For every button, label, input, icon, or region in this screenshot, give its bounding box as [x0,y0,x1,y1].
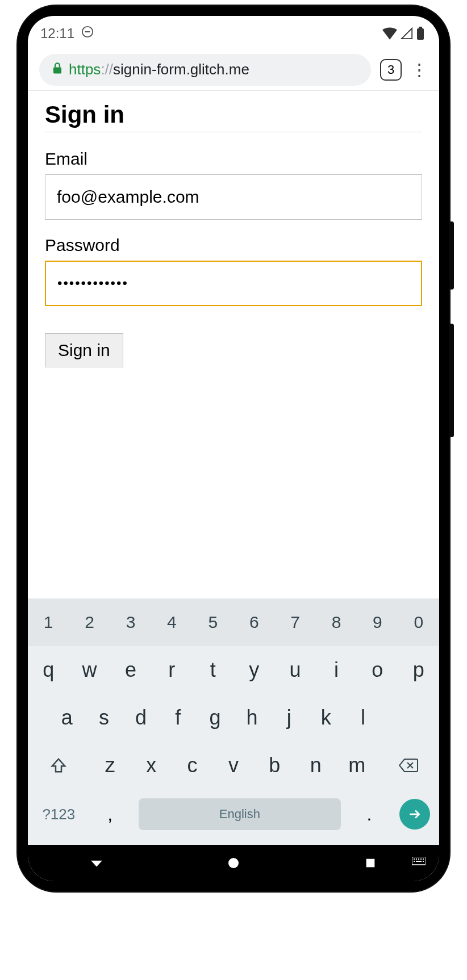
key-o[interactable]: o [357,646,398,694]
nav-home-button[interactable] [219,856,248,870]
key-k[interactable]: k [307,694,344,742]
url-host: signin-form.glitch.me [113,61,249,78]
keyboard-number-row: 1 2 3 4 5 6 7 8 9 0 [28,598,439,646]
page-content: Sign in Email Password Sign in [28,91,439,598]
password-input[interactable] [45,261,422,306]
enter-icon [399,799,430,830]
svg-rect-16 [414,861,415,862]
cell-signal-icon [401,27,413,40]
svg-rect-4 [53,67,61,73]
keyboard-bottom-row: ?123 , English . [28,789,439,839]
key-3[interactable]: 3 [110,598,151,646]
symbols-key[interactable]: ?123 [28,789,90,839]
sign-in-button[interactable]: Sign in [45,333,123,367]
phone-frame: 12:11 [18,6,449,891]
key-x[interactable]: x [131,742,172,789]
email-input[interactable] [45,174,422,220]
svg-rect-17 [416,861,422,862]
wifi-icon [382,27,397,40]
url-separator: :// [101,61,113,78]
svg-rect-13 [418,858,419,860]
keyboard-row-zxcv: z x c v b n m [28,742,439,789]
key-i[interactable]: i [316,646,357,694]
key-j[interactable]: j [270,694,307,742]
keyboard-row-qwerty: q w e r t y u i o p [28,646,439,694]
lock-icon [52,61,63,78]
tab-switcher-button[interactable]: 3 [380,59,402,81]
tab-count: 3 [387,62,394,77]
system-nav-bar [28,845,439,881]
key-d[interactable]: d [123,694,160,742]
backspace-key[interactable] [377,742,439,789]
key-a[interactable]: a [48,694,85,742]
svg-rect-14 [420,858,422,860]
url-bar[interactable]: https://signin-form.glitch.me [39,54,371,86]
svg-point-8 [228,858,239,868]
enter-key[interactable] [390,799,439,830]
key-4[interactable]: 4 [151,598,192,646]
comma-key[interactable]: , [90,789,131,839]
url-scheme: https [69,61,101,78]
svg-rect-9 [366,859,375,868]
nav-recents-button[interactable] [356,857,385,869]
password-label: Password [45,236,422,255]
status-bar: 12:11 [28,16,439,51]
key-e[interactable]: e [110,646,151,694]
key-s[interactable]: s [85,694,122,742]
email-field-group: Email [45,149,422,220]
key-p[interactable]: p [398,646,439,694]
key-f[interactable]: f [160,694,197,742]
key-1[interactable]: 1 [28,598,69,646]
shift-key[interactable] [28,742,90,789]
key-n[interactable]: n [295,742,336,789]
soft-keyboard: 1 2 3 4 5 6 7 8 9 0 q w e r t y u i o [28,598,439,845]
key-b[interactable]: b [254,742,295,789]
svg-rect-15 [423,858,424,860]
keyboard-row-asdf: a s d f g h j k l [28,694,439,742]
key-z[interactable]: z [90,742,131,789]
key-t[interactable]: t [193,646,234,694]
battery-icon [416,27,424,40]
nav-back-button[interactable] [82,856,111,870]
email-label: Email [45,149,422,169]
key-6[interactable]: 6 [234,598,274,646]
key-5[interactable]: 5 [193,598,234,646]
svg-rect-2 [417,28,424,40]
key-g[interactable]: g [197,694,234,742]
svg-rect-3 [419,27,422,28]
overflow-menu-button[interactable]: ⋮ [411,60,428,79]
key-r[interactable]: r [151,646,192,694]
key-9[interactable]: 9 [357,598,398,646]
svg-rect-11 [414,858,415,860]
space-key[interactable]: English [139,798,341,830]
keyboard-switch-icon[interactable] [412,857,426,869]
period-key[interactable]: . [349,789,390,839]
status-time: 12:11 [40,26,74,41]
svg-rect-18 [423,861,424,862]
key-c[interactable]: c [172,742,212,789]
key-h[interactable]: h [234,694,270,742]
key-y[interactable]: y [234,646,274,694]
svg-rect-12 [416,858,417,860]
key-l[interactable]: l [344,694,381,742]
page-title: Sign in [45,101,422,132]
dnd-icon [81,26,94,41]
key-m[interactable]: m [336,742,377,789]
key-u[interactable]: u [274,646,315,694]
key-8[interactable]: 8 [316,598,357,646]
password-field-group: Password [45,236,422,306]
key-w[interactable]: w [69,646,110,694]
browser-toolbar: https://signin-form.glitch.me 3 ⋮ [28,51,439,91]
key-q[interactable]: q [28,646,69,694]
screen: 12:11 [28,16,439,881]
key-2[interactable]: 2 [69,598,110,646]
key-v[interactable]: v [213,742,254,789]
key-0[interactable]: 0 [398,598,439,646]
key-7[interactable]: 7 [274,598,315,646]
